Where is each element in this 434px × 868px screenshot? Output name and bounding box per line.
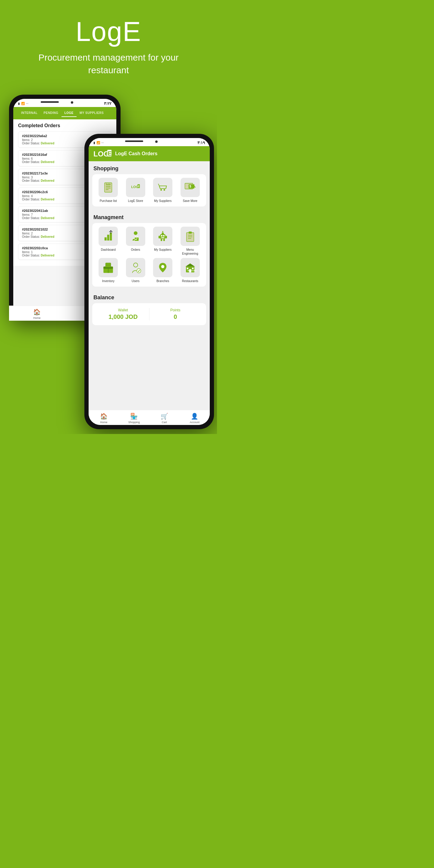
svg-rect-41 bbox=[187, 233, 194, 242]
front-body: Shopping To-Do bbox=[89, 161, 210, 410]
svg-rect-38 bbox=[161, 239, 162, 241]
nav-cart-front-label: Cart bbox=[162, 421, 167, 424]
menu-engineering-icon bbox=[184, 230, 196, 243]
restaurants-icon-box: RESTAURANT bbox=[181, 258, 200, 277]
svg-point-35 bbox=[162, 231, 164, 232]
management-item-users[interactable]: Users bbox=[123, 258, 148, 283]
signal-icons: ▮ 📶 ··· bbox=[18, 102, 28, 105]
cart-front-icon: 🛒 bbox=[161, 412, 168, 420]
tab-loge[interactable]: LOGE bbox=[61, 110, 76, 117]
wallet-section: Wallet 1,000 JOD bbox=[97, 308, 149, 320]
svg-rect-62 bbox=[192, 268, 193, 269]
svg-rect-29 bbox=[160, 234, 166, 239]
shopping-grid: To-Do Purchase list LOG E bbox=[92, 174, 206, 207]
shopping-item-purchase-list[interactable]: To-Do Purchase list bbox=[96, 178, 121, 203]
dots-icon: ··· bbox=[26, 102, 28, 105]
svg-rect-21 bbox=[104, 238, 107, 241]
front-header-title: LogE Cash Orders bbox=[115, 151, 205, 156]
shopping-item-loge-store[interactable]: LOG E LogE Store bbox=[123, 178, 148, 203]
wifi-icon: 📶 bbox=[21, 102, 25, 105]
nav-home-front[interactable]: 🏠 Home bbox=[89, 412, 119, 424]
restaurants-icon: RESTAURANT bbox=[184, 261, 196, 274]
battery-icon: ▮ bbox=[18, 102, 20, 105]
shopping-item-save-more[interactable]: $ Save More bbox=[178, 178, 203, 203]
loge-store-label: LogE Store bbox=[128, 199, 143, 203]
front-signal-icons: ▮ 📶 ··· bbox=[93, 141, 104, 144]
svg-point-14 bbox=[160, 189, 162, 190]
app-title: LogE bbox=[12, 18, 205, 45]
management-item-inventory[interactable]: Inventory bbox=[96, 258, 121, 283]
svg-text:$: $ bbox=[189, 184, 191, 188]
home-front-icon: 🏠 bbox=[100, 412, 107, 420]
nav-shopping-front[interactable]: 🏪 Shopping bbox=[119, 412, 150, 424]
nav-cart-front[interactable]: 🛒 Cart bbox=[149, 412, 180, 424]
purchase-list-icon: To-Do bbox=[102, 181, 115, 194]
save-more-icon-box: $ bbox=[181, 178, 200, 197]
tab-internal[interactable]: INTERNAL bbox=[18, 110, 41, 117]
management-item-menu-engineering[interactable]: MenuEngineering bbox=[178, 227, 203, 255]
management-item-dashboard[interactable]: Dashboard bbox=[96, 227, 121, 255]
tab-pending[interactable]: PENDING bbox=[41, 110, 61, 117]
my-suppliers-shopping-label: My Suppliers bbox=[154, 199, 172, 203]
svg-rect-37 bbox=[165, 236, 167, 239]
nav-account-front-label: Account bbox=[190, 421, 199, 424]
orders-label: Orders bbox=[131, 248, 140, 252]
management-item-restaurants[interactable]: RESTAURANT Restaurants bbox=[178, 258, 203, 283]
management-section-title: Managment bbox=[89, 210, 210, 223]
management-item-my-suppliers[interactable]: My Suppliers bbox=[150, 227, 176, 255]
management-item-orders[interactable]: Orders bbox=[123, 227, 148, 255]
inventory-icon-box bbox=[98, 258, 118, 277]
front-dots-icon: ··· bbox=[101, 141, 104, 144]
points-section: Points 0 bbox=[150, 308, 202, 320]
wallet-label: Wallet bbox=[97, 308, 149, 312]
front-wifi-icon: 📶 bbox=[96, 141, 100, 144]
nav-home[interactable]: 🏠 Home bbox=[13, 308, 65, 316]
restaurants-label: Restaurants bbox=[182, 279, 198, 283]
orders-icon bbox=[129, 230, 142, 243]
back-status-bar: ▮ 📶 ··· ۳:۲۲ bbox=[13, 99, 116, 107]
svg-rect-61 bbox=[187, 268, 188, 269]
svg-rect-39 bbox=[163, 239, 165, 241]
nav-home-front-label: Home bbox=[100, 421, 107, 424]
front-header: LOG E LogE Cash Orders bbox=[89, 146, 210, 161]
svg-text:To-Do: To-Do bbox=[106, 183, 111, 185]
tab-my-suppliers[interactable]: MY SUPPLIERS bbox=[76, 110, 107, 117]
dashboard-icon-box bbox=[98, 227, 118, 246]
branches-icon-box bbox=[153, 258, 173, 277]
my-suppliers-mgmt-label: My Suppliers bbox=[154, 248, 172, 252]
front-phone-screen: ▮ 📶 ··· ۳:۱۹ LOG E LogE Cash Orders bbox=[89, 138, 210, 425]
my-suppliers-shopping-icon bbox=[156, 181, 169, 194]
loge-logo-svg: LOG E bbox=[93, 149, 112, 158]
svg-text:E: E bbox=[138, 184, 140, 188]
inventory-label: Inventory bbox=[102, 279, 115, 283]
front-phone: ▮ 📶 ··· ۳:۱۹ LOG E LogE Cash Orders bbox=[84, 134, 214, 429]
svg-rect-33 bbox=[162, 233, 164, 235]
account-front-icon: 👤 bbox=[191, 412, 198, 420]
completed-orders-title: Completed Orders bbox=[18, 123, 112, 128]
users-icon-box bbox=[126, 258, 145, 277]
nav-account-front[interactable]: 👤 Account bbox=[180, 412, 210, 424]
points-value: 0 bbox=[150, 313, 202, 320]
branches-icon bbox=[156, 261, 169, 274]
purchase-list-label: Purchase list bbox=[100, 199, 117, 203]
save-more-icon: $ bbox=[184, 181, 196, 194]
dashboard-icon bbox=[102, 230, 115, 243]
branches-label: Branches bbox=[156, 279, 169, 283]
svg-rect-32 bbox=[161, 238, 164, 239]
home-icon: 🏠 bbox=[33, 308, 41, 315]
nav-shopping-front-label: Shopping bbox=[128, 421, 140, 424]
orders-icon-box bbox=[126, 227, 145, 246]
management-item-branches[interactable]: Branches bbox=[150, 258, 176, 283]
front-status-bar: ▮ 📶 ··· ۳:۱۹ bbox=[89, 138, 210, 146]
users-icon bbox=[129, 261, 142, 274]
shopping-item-my-suppliers[interactable]: My Suppliers bbox=[150, 178, 176, 203]
menu-engineering-icon-box bbox=[181, 227, 200, 246]
svg-point-31 bbox=[163, 235, 164, 237]
purchase-list-icon-box: To-Do bbox=[98, 178, 118, 197]
svg-point-30 bbox=[161, 235, 162, 237]
back-time: ۳:۲۲ bbox=[104, 101, 112, 106]
dashboard-label: Dashboard bbox=[101, 248, 116, 252]
svg-point-26 bbox=[134, 231, 137, 235]
svg-point-15 bbox=[164, 189, 165, 190]
menu-engineering-label: MenuEngineering bbox=[182, 248, 198, 255]
